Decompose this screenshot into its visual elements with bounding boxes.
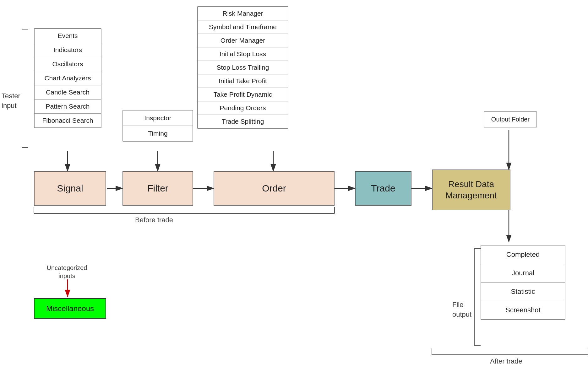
- filter-box: Filter: [122, 171, 193, 206]
- diagram-container: Tester input EventsIndicatorsOscillators…: [0, 0, 588, 372]
- signal-item-6: Fibonacci Search: [35, 114, 101, 127]
- file-output-item-1: Journal: [481, 264, 565, 283]
- order-item-1: Symbol and Timeframe: [198, 20, 288, 34]
- signal-box: Signal: [34, 171, 106, 206]
- order-item-8: Trade Splitting: [198, 115, 288, 128]
- signal-item-2: Oscillators: [35, 57, 101, 71]
- file-output-container: CompletedJournalStatisticScreenshot: [481, 245, 565, 320]
- order-item-3: Initial Stop Loss: [198, 47, 288, 61]
- uncategorized-label: Uncategorized inputs: [46, 264, 87, 280]
- order-box: Order: [214, 171, 335, 206]
- rdm-box: Result Data Management: [432, 170, 510, 210]
- file-output-item-2: Statistic: [481, 283, 565, 301]
- output-folder-container: Output Folder: [484, 111, 537, 127]
- order-item-4: Stop Loss Trailing: [198, 61, 288, 74]
- file-output-item-3: Screenshot: [481, 301, 565, 319]
- after-trade-label: After trade: [490, 357, 522, 365]
- before-trade-label: Before trade: [135, 216, 173, 224]
- order-item-5: Initial Take Profit: [198, 74, 288, 88]
- trade-box: Trade: [355, 171, 411, 206]
- order-item-7: Pending Orders: [198, 101, 288, 115]
- file-output-item-0: Completed: [481, 245, 565, 264]
- signal-item-0: Events: [35, 29, 101, 43]
- filter-items-container: InspectorTiming: [122, 110, 193, 142]
- order-item-0: Risk Manager: [198, 7, 288, 20]
- tester-input-label: Tester input: [2, 82, 20, 111]
- signal-item-4: Candle Search: [35, 85, 101, 100]
- signal-item-3: Chart Analyzers: [35, 71, 101, 85]
- filter-item-0: Inspector: [123, 111, 193, 126]
- output-item-0: Output Folder: [484, 112, 536, 127]
- file-output-label: File output: [452, 290, 471, 319]
- order-item-2: Order Manager: [198, 34, 288, 47]
- filter-item-1: Timing: [123, 126, 193, 141]
- order-items-container: Risk ManagerSymbol and TimeframeOrder Ma…: [197, 6, 288, 129]
- signal-item-1: Indicators: [35, 43, 101, 57]
- miscellaneous-box: Miscellaneous: [34, 298, 106, 319]
- order-item-6: Take Profit Dynamic: [198, 88, 288, 101]
- signal-items-container: EventsIndicatorsOscillatorsChart Analyze…: [34, 28, 101, 128]
- signal-item-5: Pattern Search: [35, 100, 101, 114]
